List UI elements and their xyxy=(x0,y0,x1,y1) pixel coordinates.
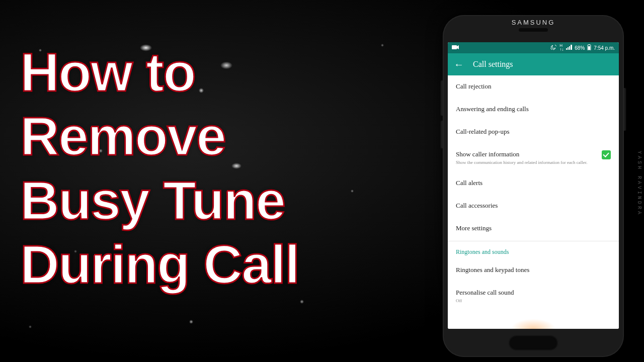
row-title: Call-related pop-ups xyxy=(456,128,611,136)
phone-brand: SAMSUNG xyxy=(443,19,624,26)
svg-rect-3 xyxy=(588,46,590,50)
row-title: Call rejection xyxy=(456,82,611,91)
row-title: More settings xyxy=(456,224,611,233)
divider xyxy=(448,241,619,241)
row-title: Show caller information xyxy=(456,150,598,159)
svg-rect-2 xyxy=(589,44,590,45)
battery-icon xyxy=(587,44,591,51)
title-line-3: Busy Tune xyxy=(20,168,299,232)
setting-call-alerts[interactable]: Call alerts xyxy=(448,172,619,195)
title-line-2: Remove xyxy=(20,104,299,168)
setting-call-rejection[interactable]: Call rejection xyxy=(448,75,619,98)
watermark: YASH RAVINDRA xyxy=(636,151,642,216)
setting-more-settings[interactable]: More settings xyxy=(448,217,619,240)
phone-frame: SAMSUNG H↑↓ 68% 7:54 xyxy=(443,15,624,357)
phone-screen: H↑↓ 68% 7:54 p.m. ← Call settings Call r… xyxy=(448,42,619,329)
checkbox-checked-icon[interactable] xyxy=(602,150,611,159)
row-title: Personalise call sound xyxy=(456,289,611,297)
overlay-title: How to Remove Busy Tune During Call xyxy=(20,40,299,297)
row-subtitle: Show the communication history and relat… xyxy=(456,160,598,165)
setting-call-accessories[interactable]: Call accessories xyxy=(448,195,619,217)
vibrate-icon xyxy=(550,44,557,51)
title-line-4: During Call xyxy=(20,232,299,296)
power-button xyxy=(624,88,625,131)
title-line-1: How to xyxy=(20,40,299,104)
row-title: Ringtones and keypad tones xyxy=(456,266,611,275)
screen-record-icon xyxy=(452,45,459,51)
back-arrow-icon[interactable]: ← xyxy=(454,59,464,69)
status-time: 7:54 p.m. xyxy=(594,45,615,51)
setting-personalise-call-sound[interactable]: Personalise call sound Off xyxy=(448,282,619,306)
row-title: Call alerts xyxy=(456,179,611,188)
section-header-ringtones: Ringtones and sounds xyxy=(448,242,619,259)
setting-call-popups[interactable]: Call-related pop-ups xyxy=(448,121,619,143)
row-title: Answering and ending calls xyxy=(456,105,611,114)
app-bar: ← Call settings xyxy=(448,53,619,75)
volume-up-button xyxy=(441,80,443,116)
settings-list[interactable]: Call rejection Answering and ending call… xyxy=(448,75,619,329)
signal-icon xyxy=(566,45,572,51)
app-bar-title: Call settings xyxy=(473,60,513,69)
svg-rect-0 xyxy=(452,45,457,49)
row-subtitle: Off xyxy=(456,298,611,304)
status-bar[interactable]: H↑↓ 68% 7:54 p.m. xyxy=(448,42,619,53)
setting-answering-ending[interactable]: Answering and ending calls xyxy=(448,98,619,121)
data-type-icon: H↑↓ xyxy=(559,44,564,52)
battery-percent: 68% xyxy=(575,45,585,51)
setting-ringtones-keypad[interactable]: Ringtones and keypad tones xyxy=(448,259,619,282)
volume-down-button xyxy=(441,121,443,148)
row-title: Call accessories xyxy=(456,202,611,210)
setting-show-caller-info[interactable]: Show caller information Show the communi… xyxy=(448,143,619,172)
